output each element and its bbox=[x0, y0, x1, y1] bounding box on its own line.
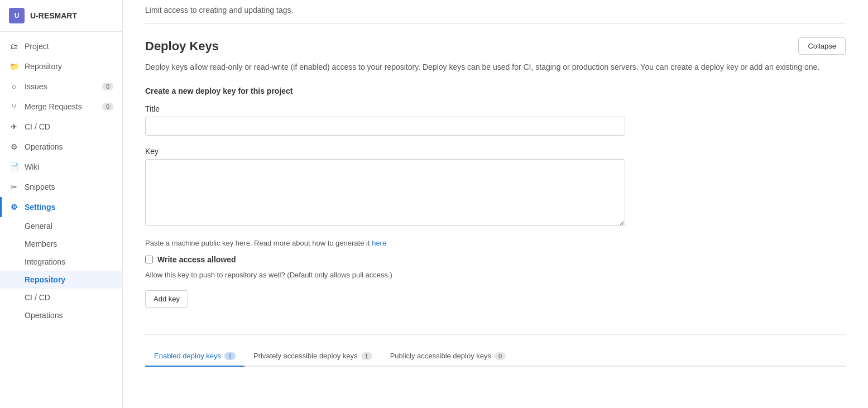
sidebar-item-wiki[interactable]: 📄Wiki bbox=[0, 157, 122, 177]
sidebar-badge-merge-requests: 0 bbox=[102, 103, 113, 111]
sidebar-item-snippets[interactable]: ✂Snippets bbox=[0, 177, 122, 197]
key-form-group: Key bbox=[145, 147, 846, 228]
operations-icon: ⚙ bbox=[9, 142, 19, 152]
sidebar-item-label-ci-cd: CI / CD bbox=[25, 122, 50, 131]
write-access-row: Write access allowed bbox=[145, 255, 846, 264]
sidebar-item-label-repository: Repository bbox=[25, 62, 62, 71]
title-input[interactable] bbox=[145, 117, 625, 136]
write-access-label[interactable]: Write access allowed bbox=[157, 255, 236, 264]
deploy-keys-title: Deploy Keys bbox=[145, 39, 219, 54]
sidebar-item-repository[interactable]: 📁Repository bbox=[0, 56, 122, 76]
title-label: Title bbox=[145, 104, 846, 113]
sidebar-sub-item-integrations[interactable]: Integrations bbox=[0, 253, 122, 271]
section-title: Deploy Keys Collapse bbox=[145, 37, 846, 55]
write-access-checkbox[interactable] bbox=[145, 256, 153, 263]
issues-icon: ○ bbox=[9, 81, 19, 92]
project-name: U-RESMART bbox=[30, 11, 77, 20]
sidebar: U U-RESMART 🗂Project📁Repository○Issues0⑂… bbox=[0, 0, 123, 408]
deploy-tab-label-enabled: Enabled deploy keys bbox=[154, 352, 221, 360]
sidebar-item-label-wiki: Wiki bbox=[25, 162, 39, 171]
repository-icon: 📁 bbox=[9, 61, 19, 71]
sidebar-item-project[interactable]: 🗂Project bbox=[0, 36, 122, 56]
main-content: Limit access to creating and updating ta… bbox=[123, 0, 868, 408]
top-text: Limit access to creating and updating ta… bbox=[145, 0, 846, 24]
deploy-tab-badge-private: 1 bbox=[361, 352, 372, 360]
title-form-group: Title bbox=[145, 104, 846, 136]
sidebar-item-label-merge-requests: Merge Requests bbox=[25, 102, 82, 111]
sidebar-item-merge-requests[interactable]: ⑂Merge Requests0 bbox=[0, 97, 122, 117]
form-section-label: Create a new deploy key for this project bbox=[145, 87, 846, 95]
sidebar-item-label-operations: Operations bbox=[25, 142, 63, 151]
project-icon: 🗂 bbox=[9, 41, 19, 51]
sidebar-item-label-snippets: Snippets bbox=[25, 183, 55, 191]
key-textarea[interactable] bbox=[145, 159, 625, 226]
ci-cd-icon: ✈ bbox=[9, 122, 19, 132]
deploy-tab-enabled[interactable]: Enabled deploy keys1 bbox=[145, 346, 244, 367]
sidebar-sub-item-general[interactable]: General bbox=[0, 217, 122, 235]
deploy-tab-public[interactable]: Publicly accessible deploy keys0 bbox=[381, 346, 515, 367]
sidebar-sub-item-operations[interactable]: Operations bbox=[0, 306, 122, 324]
snippets-icon: ✂ bbox=[9, 182, 19, 192]
wiki-icon: 📄 bbox=[9, 162, 19, 172]
section-description: Deploy keys allow read-only or read-writ… bbox=[145, 61, 846, 73]
here-link[interactable]: here bbox=[372, 239, 386, 247]
deploy-tab-badge-enabled: 1 bbox=[224, 352, 236, 360]
allow-push-text: Allow this key to push to repository as … bbox=[145, 271, 846, 279]
sidebar-sub-item-repository[interactable]: Repository bbox=[0, 271, 122, 289]
sidebar-item-ci-cd[interactable]: ✈CI / CD bbox=[0, 117, 122, 137]
sidebar-sub-item-ci-cd[interactable]: CI / CD bbox=[0, 289, 122, 306]
collapse-button[interactable]: Collapse bbox=[798, 37, 846, 55]
deploy-tabs: Enabled deploy keys1Privately accessible… bbox=[145, 346, 846, 367]
deploy-tab-badge-public: 0 bbox=[495, 352, 506, 360]
avatar: U bbox=[9, 8, 25, 23]
sidebar-header: U U-RESMART bbox=[0, 0, 122, 32]
sidebar-badge-issues: 0 bbox=[102, 83, 113, 90]
sidebar-item-operations[interactable]: ⚙Operations bbox=[0, 137, 122, 157]
deploy-tab-label-private: Privately accessible deploy keys bbox=[253, 352, 357, 360]
settings-icon: ⚙ bbox=[9, 202, 19, 212]
paste-hint: Paste a machine public key here. Read mo… bbox=[145, 239, 846, 247]
add-key-button[interactable]: Add key bbox=[145, 290, 188, 308]
merge-requests-icon: ⑂ bbox=[9, 102, 19, 112]
sidebar-item-label-settings: Settings bbox=[25, 203, 55, 212]
sidebar-sub-item-members[interactable]: Members bbox=[0, 235, 122, 253]
separator bbox=[145, 334, 846, 335]
sidebar-item-settings[interactable]: ⚙Settings bbox=[0, 197, 122, 217]
sidebar-item-label-project: Project bbox=[25, 42, 49, 51]
deploy-tab-private[interactable]: Privately accessible deploy keys1 bbox=[244, 346, 381, 367]
sidebar-nav: 🗂Project📁Repository○Issues0⑂Merge Reques… bbox=[0, 32, 122, 408]
sidebar-item-issues[interactable]: ○Issues0 bbox=[0, 76, 122, 97]
deploy-tab-label-public: Publicly accessible deploy keys bbox=[390, 352, 491, 360]
sidebar-item-label-issues: Issues bbox=[25, 82, 47, 91]
key-label: Key bbox=[145, 147, 846, 156]
